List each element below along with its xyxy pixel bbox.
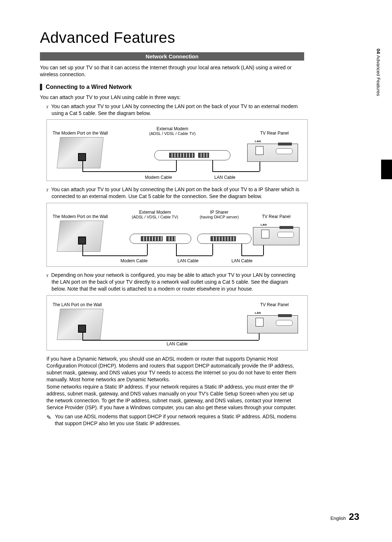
- footer-page: 23: [349, 511, 359, 522]
- d3-wall-plate-icon: [57, 309, 103, 340]
- d1-modem-label: External Modem: [125, 126, 220, 131]
- d3-tv-panel-icon: LAN: [247, 315, 298, 333]
- heading-accent: [40, 84, 42, 90]
- bullet-3: Depending on how your network is configu…: [46, 272, 301, 292]
- d3-wall-label: The LAN Port on the Wall: [53, 302, 132, 307]
- bullet-1: You can attach your TV to your LAN by co…: [46, 103, 301, 117]
- sub-heading: Connecting to a Wired Network: [46, 84, 132, 90]
- d2-sharer-label: IP Sharer: [192, 210, 246, 215]
- d2-tv-panel-icon: LAN: [253, 227, 299, 245]
- d2-cable-right: LAN Cable: [215, 258, 269, 263]
- thumb-tab: [381, 160, 392, 179]
- manual-page: 04 Advanced Features Advanced Features N…: [0, 0, 392, 542]
- d3-tv-label: TV Rear Panel: [247, 302, 302, 307]
- d2-wall-plug-icon: [78, 237, 86, 245]
- d3-tv-lan-label: LAN: [255, 311, 261, 315]
- d2-tv-label: TV Rear Panel: [251, 214, 302, 219]
- sub-heading-row: Connecting to a Wired Network: [40, 84, 359, 90]
- section-bar: Network Connection: [40, 52, 304, 61]
- wall-plate-icon: [57, 137, 103, 168]
- note-row: ✎ You can use ADSL modems that support D…: [46, 413, 301, 427]
- d1-cable-left: Modem Cable: [125, 175, 192, 180]
- d2-cable-left: Modem Cable: [107, 258, 161, 263]
- tv-panel-icon: LAN: [247, 144, 298, 162]
- note-text: You can use ADSL modems that support DHC…: [55, 413, 301, 427]
- d1-cable-right: LAN Cable: [192, 175, 258, 180]
- d1-wall-label: The Modem Port on the Wall: [53, 131, 125, 136]
- lead-text: You can attach your TV to your LAN using…: [40, 94, 301, 101]
- bullet-list: You can attach your TV to your LAN by co…: [40, 103, 301, 117]
- d2-modem-sub: (ADSL / VDSL / Cable TV): [122, 215, 188, 219]
- explain-2: Some networks require a Static IP addres…: [46, 383, 301, 411]
- side-tab: 04 Advanced Features: [376, 49, 381, 96]
- d2-modem-label: External Modem: [122, 210, 188, 215]
- bullet-2: You can attach your TV to your LAN by co…: [46, 186, 301, 200]
- bullet-list-2: You can attach your TV to your LAN by co…: [40, 186, 301, 200]
- d2-sharer-icon: [197, 234, 252, 244]
- diagram-3: The LAN Port on the Wall TV Rear Panel L…: [46, 295, 308, 350]
- d3-wall-plug-icon: [78, 325, 86, 333]
- tv-lan-label: LAN: [255, 140, 261, 143]
- modem-icon: [154, 150, 230, 160]
- note-icon: ✎: [46, 414, 51, 427]
- page-footer: English 23: [330, 511, 359, 522]
- d2-wall-plate-icon: [57, 221, 103, 252]
- bullet-list-3: Depending on how your network is configu…: [40, 272, 301, 292]
- d3-cable: LAN Cable: [136, 341, 219, 346]
- diagram-2: The Modem Port on the Wall External Mode…: [46, 203, 308, 267]
- d2-wall-label: The Modem Port on the Wall: [53, 214, 118, 219]
- wall-plug-icon: [78, 153, 86, 161]
- intro-text: You can set up your TV so that it can ac…: [40, 64, 301, 78]
- page-title: Advanced Features: [40, 29, 359, 46]
- chapter-number: 04: [376, 49, 381, 54]
- d2-modem-icon: [130, 234, 191, 244]
- d2-sharer-sub: (having DHCP server): [192, 215, 246, 219]
- d2-tv-lan-label: LAN: [261, 223, 266, 226]
- d1-tv-label: TV Rear Panel: [247, 131, 302, 136]
- d1-modem-sub: (ADSL / VDSL / Cable TV): [125, 131, 220, 136]
- diagram-1: The Modem Port on the Wall External Mode…: [46, 119, 308, 181]
- footer-lang: English: [330, 516, 346, 521]
- explain-1: If you have a Dynamic Network, you shoul…: [46, 356, 301, 383]
- d2-cable-mid: LAN Cable: [161, 258, 215, 263]
- chapter-label: Advanced Features: [376, 55, 381, 96]
